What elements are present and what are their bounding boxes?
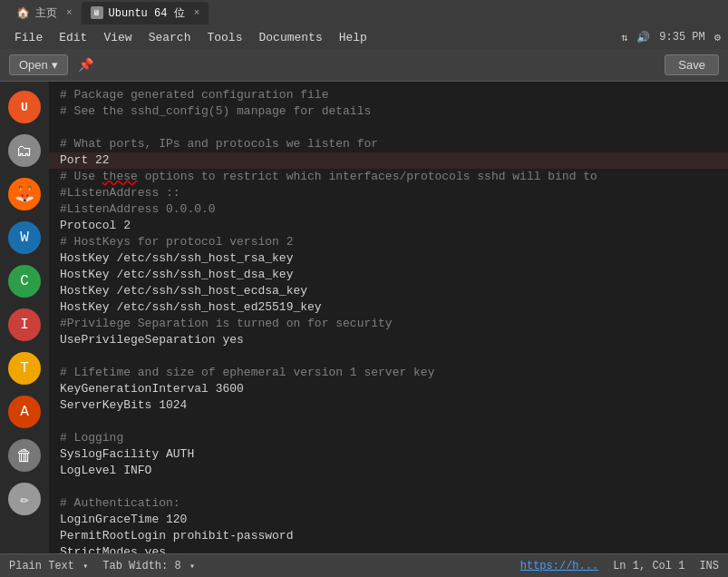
save-button[interactable]: Save (665, 54, 719, 75)
plain-text-label: Plain Text (9, 560, 74, 572)
settings-icon[interactable]: ⚙ (714, 31, 721, 44)
code-line: # See the sshd_config(5) manpage for det… (49, 103, 728, 120)
sidebar-item-calc[interactable]: C (5, 261, 44, 301)
code-line: # What ports, IPs and protocols we liste… (49, 136, 728, 152)
sidebar-item-firefox[interactable]: 🦊 (5, 174, 44, 214)
code-line: LoginGraceTime 120 (49, 512, 728, 528)
impress-icon: I (8, 308, 41, 341)
active-tab[interactable]: 🖥 Ubuntu 64 位 × (82, 2, 209, 24)
toolbar: Open ▾ 📌 Save (0, 49, 728, 82)
home-icon: 🏠 (16, 6, 30, 20)
menu-tools[interactable]: Tools (199, 29, 249, 46)
code-line: Port 22 (49, 152, 728, 169)
code-line: HostKey /etc/ssh/ssh_host_ecdsa_key (49, 283, 728, 299)
open-dropdown-arrow: ▾ (52, 58, 58, 72)
sidebar-item-notes[interactable]: ✏ (5, 479, 44, 519)
cursor-position: Ln 1, Col 1 (613, 560, 684, 572)
code-line: PermitRootLogin prohibit-password (49, 528, 728, 544)
plain-text-arrow: ▾ (83, 562, 88, 572)
firefox-icon: 🦊 (8, 178, 41, 210)
menu-search[interactable]: Search (141, 29, 199, 46)
code-line: # Use these options to restrict which in… (49, 169, 728, 185)
home-tab[interactable]: 🏠 主页 × (7, 2, 82, 24)
code-line: SyslogFacility AUTH (49, 446, 728, 463)
code-line: #Privilege Separation is turned on for s… (49, 316, 728, 332)
notes-icon: ✏ (8, 483, 41, 515)
volume-icon: 🔊 (636, 31, 650, 44)
menu-view[interactable]: View (96, 29, 139, 46)
pin-button[interactable]: 📌 (75, 54, 97, 76)
code-line: LogLevel INFO (49, 463, 728, 479)
code-line: Protocol 2 (49, 218, 728, 234)
sidebar-item-files[interactable]: 🗂 (5, 131, 44, 171)
plain-text-dropdown[interactable]: Plain Text ▾ (9, 560, 88, 572)
code-line: #ListenAddress :: (49, 185, 728, 201)
files-icon: 🗂 (8, 134, 41, 167)
code-line: HostKey /etc/ssh/ssh_host_ed25519_key (49, 299, 728, 316)
code-line: # HostKeys for protocol version 2 (49, 234, 728, 250)
sidebar-item-ubuntu[interactable]: U (5, 87, 44, 127)
open-button-label: Open (19, 58, 48, 72)
menu-edit[interactable]: Edit (52, 29, 94, 46)
menu-file[interactable]: File (7, 29, 50, 46)
typora-icon: T (8, 352, 41, 385)
sort-icon: ⇅ (621, 31, 627, 44)
ubuntu-icon: U (8, 91, 41, 123)
code-line: # Authentication: (49, 495, 728, 512)
status-bar: Plain Text ▾ Tab Width: 8 ▾ https://h...… (0, 553, 728, 577)
code-line: StrictModes yes (49, 544, 728, 553)
open-button[interactable]: Open ▾ (9, 54, 68, 75)
system-tray: ⇅ 🔊 9:35 PM ⚙ (621, 31, 721, 44)
tab-icon: 🖥 (91, 6, 103, 19)
sidebar-item-trash[interactable]: 🗑 (5, 435, 44, 475)
sidebar-item-typora[interactable]: T (5, 348, 44, 388)
main-layout: U 🗂 🦊 W C I T A 🗑 ✏ # Package genera (0, 82, 728, 553)
edit-mode: INS (699, 560, 719, 572)
active-tab-close[interactable]: × (194, 7, 200, 18)
system-time: 9:35 PM (659, 31, 704, 44)
title-bar: 🏠 主页 × 🖥 Ubuntu 64 位 × (0, 0, 728, 25)
home-tab-close[interactable]: × (66, 7, 73, 18)
tab-width-dropdown[interactable]: Tab Width: 8 ▾ (102, 560, 195, 572)
code-line: KeyGenerationInterval 3600 (49, 381, 728, 397)
code-line: #ListenAddress 0.0.0.0 (49, 201, 728, 218)
editor-area[interactable]: # Package generated configuration file# … (49, 82, 728, 553)
menu-bar: File Edit View Search Tools Documents He… (0, 25, 728, 49)
code-line: # Lifetime and size of ephemeral version… (49, 365, 728, 381)
code-line: ServerKeyBits 1024 (49, 397, 728, 414)
menu-help[interactable]: Help (332, 29, 374, 46)
code-line: HostKey /etc/ssh/ssh_host_rsa_key (49, 250, 728, 267)
calc-icon: C (8, 265, 41, 298)
code-line (49, 414, 728, 430)
writer-icon: W (8, 221, 41, 254)
menu-documents[interactable]: Documents (251, 29, 329, 46)
code-line: UsePrivilegeSeparation yes (49, 332, 728, 348)
code-line: # Package generated configuration file (49, 87, 728, 103)
code-line (49, 120, 728, 136)
tab-width-label: Tab Width: 8 (102, 560, 180, 572)
status-link[interactable]: https://h... (520, 560, 598, 572)
home-tab-label: 主页 (35, 5, 57, 21)
sidebar-item-impress[interactable]: I (5, 305, 44, 345)
store-icon: A (8, 396, 41, 428)
code-line (49, 348, 728, 365)
sidebar-item-store[interactable]: A (5, 392, 44, 432)
code-line (49, 479, 728, 495)
trash-icon: 🗑 (8, 439, 41, 472)
active-tab-label: Ubuntu 64 位 (109, 5, 185, 21)
sidebar-item-writer[interactable]: W (5, 218, 44, 258)
sidebar: U 🗂 🦊 W C I T A 🗑 ✏ (0, 82, 49, 553)
status-right: https://h... Ln 1, Col 1 INS (520, 560, 719, 572)
tab-width-arrow: ▾ (189, 562, 195, 572)
code-line: HostKey /etc/ssh/ssh_host_dsa_key (49, 267, 728, 283)
code-line: # Logging (49, 430, 728, 446)
